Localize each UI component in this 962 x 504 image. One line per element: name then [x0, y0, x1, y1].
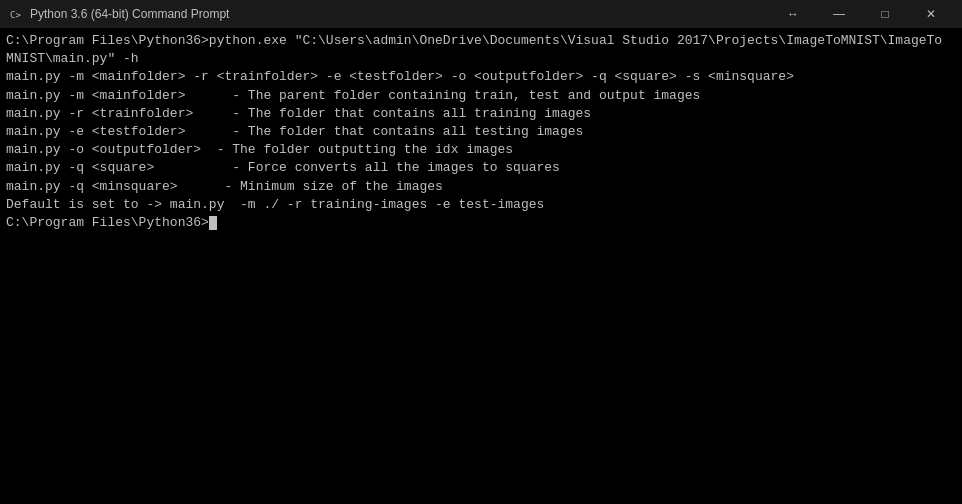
console-line: MNIST\main.py" -h: [6, 50, 956, 68]
title-bar: C> Python 3.6 (64-bit) Command Prompt ↔ …: [0, 0, 962, 28]
cursor: [209, 216, 217, 230]
console-line: main.py -o <outputfolder> - The folder o…: [6, 141, 956, 159]
cmd-icon: C>: [8, 6, 24, 22]
close-button[interactable]: ✕: [908, 0, 954, 28]
console-line: main.py -m <mainfolder> - The parent fol…: [6, 87, 956, 105]
console-line: main.py -r <trainfolder> - The folder th…: [6, 105, 956, 123]
svg-text:C>: C>: [10, 10, 21, 20]
console-line: main.py -q <minsquare> - Minimum size of…: [6, 178, 956, 196]
console-area[interactable]: C:\Program Files\Python36>python.exe "C:…: [0, 28, 962, 504]
console-line: main.py -e <testfolder> - The folder tha…: [6, 123, 956, 141]
console-line: C:\Program Files\Python36>python.exe "C:…: [6, 32, 956, 50]
console-line: C:\Program Files\Python36>: [6, 214, 956, 232]
title-bar-text: Python 3.6 (64-bit) Command Prompt: [30, 7, 229, 21]
prompt-text: C:\Program Files\Python36>: [6, 214, 209, 232]
console-line: Default is set to -> main.py -m ./ -r tr…: [6, 196, 956, 214]
console-line: main.py -m <mainfolder> -r <trainfolder>…: [6, 68, 956, 86]
title-bar-left: C> Python 3.6 (64-bit) Command Prompt: [8, 6, 229, 22]
title-bar-controls: ↔ — □ ✕: [770, 0, 954, 28]
command-prompt-window: C> Python 3.6 (64-bit) Command Prompt ↔ …: [0, 0, 962, 504]
maximize-button[interactable]: □: [862, 0, 908, 28]
console-line: main.py -q <square> - Force converts all…: [6, 159, 956, 177]
restore-button[interactable]: ↔: [770, 0, 816, 28]
minimize-button[interactable]: —: [816, 0, 862, 28]
